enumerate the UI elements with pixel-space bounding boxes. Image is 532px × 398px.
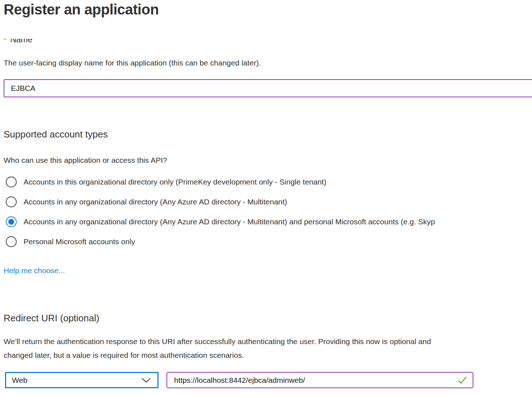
name-field-description: The user-facing display name for this ap… (4, 59, 261, 67)
radio-button[interactable] (6, 177, 17, 187)
chevron-down-icon (142, 377, 157, 383)
application-name-input[interactable]: EJBCA (4, 79, 532, 97)
name-label-text: Name (10, 39, 32, 44)
checkmark-icon (457, 376, 473, 385)
account-types-question: Who can use this application or access t… (4, 156, 167, 165)
radio-button[interactable] (6, 236, 17, 247)
redirect-uri-heading: Redirect URI (optional) (4, 313, 99, 324)
name-field-label: *Name (4, 39, 33, 45)
account-type-option[interactable]: Accounts in any organizational directory… (6, 196, 287, 207)
account-type-option[interactable]: Personal Microsoft accounts only (6, 236, 135, 247)
account-type-option-label: Accounts in this organizational director… (24, 178, 326, 186)
supported-account-types-heading: Supported account types (4, 129, 108, 140)
account-type-option-label: Accounts in any organizational directory… (24, 198, 287, 206)
redirect-uri-input[interactable]: https://localhost:8442/ejbca/adminweb/ (166, 372, 473, 388)
application-name-value: EJBCA (4, 84, 35, 93)
redirect-uri-description-line2: changed later, but a value is required f… (4, 348, 431, 362)
redirect-uri-description: We’ll return the authentication response… (4, 335, 431, 362)
help-me-choose-link[interactable]: Help me choose... (4, 266, 65, 275)
account-type-option[interactable]: Accounts in this organizational director… (6, 177, 326, 187)
account-type-option[interactable]: Accounts in any organizational directory… (6, 216, 435, 227)
account-type-option-label: Personal Microsoft accounts only (24, 237, 135, 246)
account-type-option-label: Accounts in any organizational directory… (24, 217, 435, 226)
name-field-label-row: *Name (4, 39, 33, 48)
redirect-uri-value: https://localhost:8442/ejbca/adminweb/ (167, 376, 305, 385)
required-asterisk: * (4, 39, 7, 44)
redirect-uri-description-line1: We’ll return the authentication response… (4, 335, 431, 348)
radio-button[interactable] (6, 196, 17, 207)
platform-dropdown-value: Web (6, 376, 28, 385)
register-application-page: Register an application *Name The user-f… (0, 0, 532, 398)
page-title: Register an application (4, 1, 159, 18)
radio-button-selected[interactable] (6, 216, 17, 227)
redirect-uri-platform-dropdown[interactable]: Web (5, 372, 159, 388)
